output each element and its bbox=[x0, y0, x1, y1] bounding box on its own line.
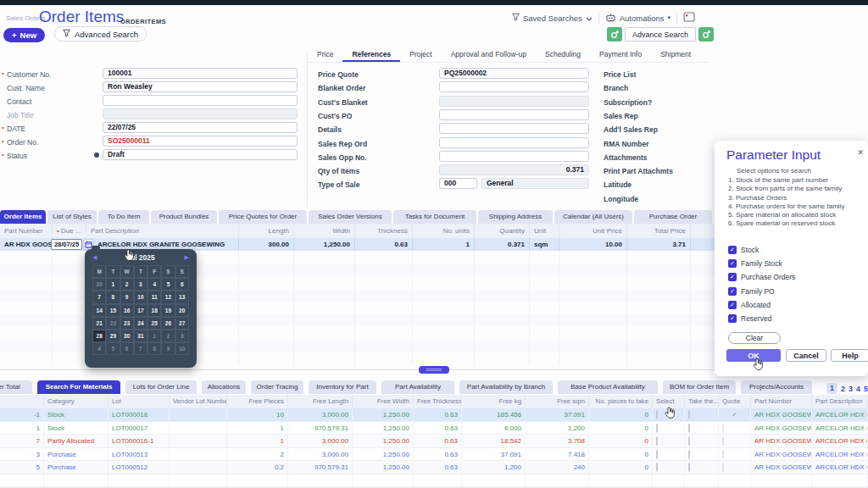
col-header-no-units[interactable]: No. units bbox=[413, 224, 475, 238]
day-cell-8[interactable]: 8 bbox=[106, 291, 120, 303]
day-cell-21[interactable]: 21 bbox=[92, 317, 106, 330]
cell-part-number[interactable]: AR HDX GOOSEWING▸ bbox=[751, 408, 812, 421]
page-1[interactable]: 1 bbox=[826, 383, 837, 394]
tab-calendar-all-users[interactable]: Calendar (All Users) bbox=[554, 210, 632, 224]
day-cell-3[interactable]: 3 bbox=[134, 278, 147, 291]
col-header-free-width[interactable]: Free Width bbox=[353, 395, 414, 408]
col-header-lot[interactable]: Lot bbox=[108, 395, 170, 408]
cell-part-number[interactable]: AR HDX GOOSEWING▸ bbox=[751, 461, 812, 474]
col-header-free-sqm[interactable]: Free sqm bbox=[526, 395, 589, 408]
day-cell-22[interactable]: 22 bbox=[106, 317, 120, 330]
day-cell-2[interactable]: 2 bbox=[120, 278, 134, 291]
tab-price[interactable]: Price bbox=[308, 47, 342, 62]
day-cell-31[interactable]: 31 bbox=[134, 330, 147, 342]
day-cell-10[interactable]: 10 bbox=[175, 342, 189, 355]
col-header-length[interactable]: Length bbox=[239, 224, 294, 238]
day-cell-16[interactable]: 16 bbox=[120, 304, 134, 317]
day-cell-17[interactable]: 17 bbox=[134, 304, 147, 317]
cell-width[interactable]: 1,250.00 bbox=[294, 238, 355, 251]
day-cell-6[interactable]: 6 bbox=[175, 278, 189, 291]
day-cell-10[interactable]: 10 bbox=[134, 291, 147, 303]
day-cell-18[interactable]: 18 bbox=[147, 304, 161, 317]
new-button[interactable]: +New bbox=[3, 28, 45, 42]
checkbox-take[interactable] bbox=[688, 410, 690, 419]
help-button[interactable]: Help bbox=[831, 349, 868, 362]
checkbox-checked-icon[interactable]: ✓ bbox=[728, 259, 737, 268]
day-cell-4[interactable]: 4 bbox=[147, 278, 161, 291]
tab-base-product-availability[interactable]: Base Product Availability bbox=[558, 380, 658, 394]
col-header-row-number[interactable] bbox=[0, 395, 44, 408]
field-sales-opp-no[interactable] bbox=[439, 151, 589, 162]
tab-tasks-for-document[interactable]: Tasks for Document bbox=[393, 210, 476, 224]
day-cell-7[interactable]: 7 bbox=[134, 342, 147, 355]
checkbox-quote[interactable] bbox=[722, 450, 724, 459]
tab-sales-order-versions[interactable]: Sales Order Versions bbox=[309, 210, 392, 224]
cell-total-price[interactable]: 3.71 bbox=[627, 238, 691, 251]
day-cell-28[interactable]: 28 bbox=[92, 330, 106, 342]
col-header-part-description[interactable]: Part Description bbox=[86, 224, 239, 238]
tab-order-total[interactable]: Order Total bbox=[0, 380, 32, 394]
day-cell-8[interactable]: 8 bbox=[147, 342, 161, 355]
col-header-unit-price[interactable]: Unit Price bbox=[559, 224, 627, 238]
col-header-free-pieces[interactable]: Free Pieces bbox=[227, 395, 288, 408]
day-cell-29[interactable]: 29 bbox=[106, 330, 120, 342]
day-cell-30[interactable]: 30 bbox=[120, 330, 134, 342]
day-cell-1[interactable]: 1 bbox=[106, 278, 120, 291]
checkbox-family-po[interactable]: ✓Family PO bbox=[728, 285, 855, 298]
field-sales-rep-ord[interactable] bbox=[439, 137, 589, 148]
prev-month-icon[interactable]: ◀ bbox=[92, 254, 97, 261]
advance-search-icon-button-2[interactable] bbox=[698, 27, 714, 42]
material-row-lot000513[interactable]: 3PurchaseLOT00051323,000.001,250.000.633… bbox=[0, 448, 868, 462]
field-cust-s-po[interactable] bbox=[439, 109, 589, 120]
checkbox-checked-icon[interactable]: ✓ bbox=[728, 273, 737, 281]
day-cell-26[interactable]: 26 bbox=[161, 317, 175, 330]
col-header-free-length[interactable]: Free Length bbox=[288, 395, 353, 408]
page-2[interactable]: 2 bbox=[841, 385, 845, 393]
cell-thickness[interactable]: 0.63 bbox=[355, 238, 413, 251]
cell-unit-price[interactable]: 10.00 bbox=[559, 238, 627, 251]
day-cell-25[interactable]: 25 bbox=[147, 317, 161, 330]
tab-lots-for-order-line[interactable]: Lots for Order Line bbox=[125, 380, 197, 394]
day-cell-23[interactable]: 23 bbox=[120, 317, 134, 330]
tab-part-availability-by-branch[interactable]: Part Availability by Branch bbox=[459, 380, 553, 394]
next-month-icon[interactable]: ▶ bbox=[185, 254, 189, 261]
col-header-category[interactable]: Category bbox=[44, 395, 108, 408]
col-header-free-kg[interactable]: Free kg bbox=[462, 395, 526, 408]
field-details[interactable] bbox=[439, 123, 589, 134]
checkbox-select[interactable] bbox=[656, 463, 658, 472]
material-row-lot000016-1[interactable]: 7Partly AllocatedLOT000016-113,000.001,2… bbox=[0, 435, 868, 448]
tab-list-of-styles[interactable]: List of Styles bbox=[47, 210, 97, 224]
day-cell-20[interactable]: 20 bbox=[175, 304, 189, 317]
checkbox-checked-icon[interactable]: ✓ bbox=[728, 287, 737, 296]
cell-quantity[interactable]: 0.371 bbox=[475, 238, 530, 251]
tab-allocations[interactable]: Allocations bbox=[202, 380, 246, 394]
tab-price-quotes-for-order[interactable]: Price Quotes for Order bbox=[219, 210, 307, 224]
tab-bom-for-order-item[interactable]: BOM for Order Item bbox=[663, 380, 736, 394]
day-cell-15[interactable]: 15 bbox=[106, 304, 120, 317]
checkbox-select[interactable] bbox=[656, 450, 658, 459]
advanced-search-button[interactable]: Advanced Search bbox=[54, 26, 147, 42]
col-header-total-price[interactable]: Total Price bbox=[627, 224, 691, 238]
checkbox-quote[interactable] bbox=[722, 463, 724, 472]
tab-payment-info[interactable]: Payment Info bbox=[590, 47, 651, 62]
tab-projects-accounts[interactable]: Projects/Accounts bbox=[741, 380, 812, 394]
cell-length[interactable]: 300.00 bbox=[239, 238, 294, 251]
window-icon[interactable] bbox=[683, 12, 695, 24]
checkbox-stock[interactable]: ✓Stock bbox=[728, 243, 855, 257]
advance-search-button[interactable]: Advance Search bbox=[625, 27, 696, 42]
checkbox-take[interactable] bbox=[688, 424, 690, 433]
day-cell-27[interactable]: 27 bbox=[175, 317, 189, 330]
splitter-handle[interactable] bbox=[419, 366, 449, 374]
tab-product-bundles[interactable]: Product Bundles bbox=[151, 210, 217, 224]
field-cust-name[interactable]: Ron Weasley bbox=[103, 81, 298, 92]
col-header-part-number[interactable]: Part Number bbox=[0, 224, 53, 238]
checkbox-purchase-orders[interactable]: ✓Purchase Orders bbox=[728, 270, 855, 284]
col-header-free-thickness[interactable]: Free Thickness bbox=[414, 395, 462, 408]
col-header-take-the[interactable]: Take the... bbox=[685, 395, 719, 408]
day-cell-7[interactable]: 7 bbox=[92, 291, 106, 303]
ok-button[interactable]: OK bbox=[726, 349, 781, 362]
material-row-lot000512[interactable]: 5PurchaseLOT0005120.2970,579.311,250.000… bbox=[0, 461, 868, 474]
day-cell-30[interactable]: 30 bbox=[92, 278, 106, 291]
day-cell-6[interactable]: 6 bbox=[120, 342, 134, 355]
saved-searches-button[interactable]: Saved Searches bbox=[512, 13, 593, 23]
